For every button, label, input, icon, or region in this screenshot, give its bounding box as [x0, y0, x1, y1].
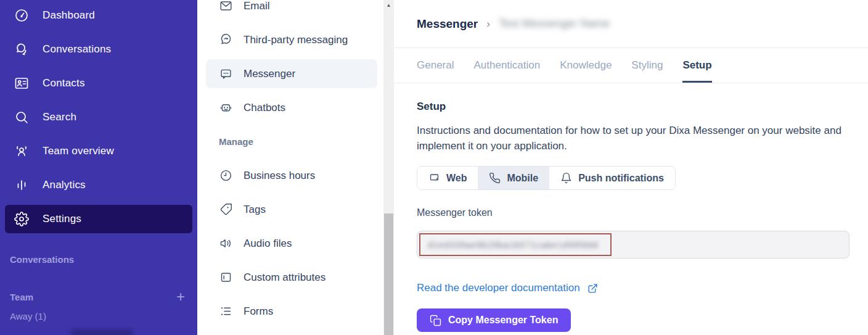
sidebar-item-team-overview[interactable]: Team overview	[0, 134, 197, 168]
sidebar-section-conversations: Conversations	[0, 254, 197, 265]
scrollbar-thumb[interactable]	[384, 213, 393, 335]
segment-label: Web	[446, 173, 467, 184]
settings-item-audio-files[interactable]: Audio files	[197, 226, 383, 260]
copy-icon	[430, 315, 441, 326]
settings-item-label: Audio files	[244, 238, 292, 250]
email-icon	[219, 0, 232, 13]
sidebar-item-label: Search	[43, 111, 76, 123]
segment-push-notifications[interactable]: Push notifications	[549, 167, 675, 189]
settings-item-label: Third-party messaging	[244, 34, 348, 46]
sidebar-item-search[interactable]: Search	[0, 100, 197, 134]
setup-content: Setup Instructions and documentation for…	[394, 83, 868, 332]
settings-item-tags[interactable]: Tags	[197, 192, 383, 226]
messenger-token-label: Messenger token	[417, 207, 856, 218]
sidebar-item-analytics[interactable]: Analytics	[0, 168, 197, 202]
primary-sidebar: Dashboard Conversations Contacts	[0, 0, 197, 335]
copy-messenger-token-button[interactable]: Copy Messenger Token	[417, 308, 571, 332]
search-icon	[14, 109, 30, 125]
settings-sidebar: Email Third-party messaging Messenger	[197, 0, 383, 335]
team-section-label: Team	[10, 292, 33, 302]
sidebar-item-settings[interactable]: Settings	[0, 202, 197, 236]
settings-item-forms[interactable]: Forms	[197, 294, 383, 328]
setup-heading: Setup	[417, 101, 856, 113]
sidebar-scrollbar[interactable]: ▲	[383, 0, 394, 335]
tab-knowledge[interactable]: Knowledge	[560, 48, 612, 83]
token-highlight-box: d1ed339ae9b28ba1b571cabe1d99fddd	[419, 233, 612, 256]
add-team-icon[interactable]: +	[174, 291, 187, 303]
primary-nav: Dashboard Conversations Contacts	[0, 0, 197, 236]
token-value-redacted: d1ed339ae9b28ba1b571cabe1d99fddd	[428, 240, 598, 250]
segment-label: Mobile	[507, 173, 538, 184]
sidebar-item-label: Contacts	[43, 77, 85, 89]
clock-icon	[219, 169, 232, 183]
sidebar-item-dashboard[interactable]: Dashboard	[0, 0, 197, 32]
segment-web[interactable]: Web	[417, 167, 478, 189]
breadcrumb-current-redacted: Test Messenger Name	[499, 17, 610, 30]
tab-setup[interactable]: Setup	[682, 48, 711, 83]
breadcrumb-root[interactable]: Messenger	[417, 17, 478, 31]
settings-item-label: Messenger	[244, 68, 295, 80]
laptop-icon	[428, 172, 440, 184]
sidebar-item-label: Dashboard	[43, 9, 95, 22]
sidebar-item-contacts[interactable]: Contacts	[0, 66, 197, 100]
external-link-icon	[588, 283, 598, 294]
team-people-icon	[14, 143, 30, 159]
custom-attributes-icon	[219, 271, 232, 284]
team-header-row: Team +	[0, 291, 197, 303]
settings-section-manage: Manage	[197, 125, 383, 159]
doc-link-label: Read the developer documentation	[417, 282, 580, 294]
chat-bubbles-icon	[14, 41, 30, 57]
tab-styling[interactable]: Styling	[631, 48, 663, 83]
third-party-messaging-icon	[219, 33, 232, 47]
forms-list-icon	[219, 305, 232, 318]
breadcrumb: Messenger › Test Messenger Name	[394, 0, 868, 48]
copy-button-label: Copy Messenger Token	[448, 315, 558, 326]
settings-item-label: Tags	[244, 204, 266, 216]
messenger-tabs: General Authentication Knowledge Styling…	[394, 48, 868, 83]
messenger-token-input[interactable]: d1ed339ae9b28ba1b571cabe1d99fddd	[417, 231, 850, 258]
messenger-icon	[219, 67, 232, 81]
redacted-user-label	[71, 329, 133, 335]
bell-icon	[560, 172, 572, 184]
gear-icon	[14, 211, 30, 227]
developer-documentation-link[interactable]: Read the developer documentation	[417, 282, 598, 294]
settings-nav: Email Third-party messaging Messenger	[197, 0, 383, 328]
contact-card-icon	[14, 75, 30, 91]
setup-description: Instructions and documentation for how t…	[417, 123, 856, 154]
sidebar-item-conversations[interactable]: Conversations	[0, 32, 197, 66]
settings-item-chatbots[interactable]: Chatbots	[197, 91, 383, 125]
settings-item-label: Chatbots	[244, 102, 285, 114]
segment-mobile[interactable]: Mobile	[478, 167, 549, 189]
platform-segmented-control: Web Mobile Push notifications	[417, 166, 676, 190]
settings-item-third-party-messaging[interactable]: Third-party messaging	[197, 23, 383, 57]
scroll-up-arrow[interactable]: ▲	[383, 0, 394, 10]
settings-item-messenger[interactable]: Messenger	[197, 57, 383, 91]
settings-item-label: Email	[244, 0, 270, 12]
settings-item-custom-attributes[interactable]: Custom attributes	[197, 260, 383, 294]
segment-label: Push notifications	[578, 173, 664, 184]
breadcrumb-separator-icon: ›	[486, 18, 490, 30]
sidebar-item-label: Conversations	[43, 43, 111, 56]
main-panel: Messenger › Test Messenger Name General …	[394, 0, 868, 335]
phone-icon	[489, 172, 501, 184]
settings-item-label: Forms	[244, 305, 273, 318]
sidebar-item-label: Team overview	[43, 145, 114, 157]
settings-item-business-hours[interactable]: Business hours	[197, 159, 383, 192]
tab-general[interactable]: General	[417, 48, 454, 83]
settings-item-label: Custom attributes	[244, 271, 326, 284]
app-window: Dashboard Conversations Contacts	[0, 0, 868, 335]
tag-icon	[219, 203, 232, 217]
settings-item-label: Business hours	[244, 170, 315, 182]
team-away-status[interactable]: Away (1)	[0, 311, 197, 321]
speaker-icon	[219, 237, 232, 250]
chatbot-robot-icon	[219, 101, 232, 115]
dashboard-gauge-icon	[14, 7, 30, 23]
sidebar-item-label: Analytics	[43, 179, 86, 191]
bar-chart-icon	[14, 177, 30, 193]
settings-item-email[interactable]: Email	[197, 0, 383, 23]
tab-authentication[interactable]: Authentication	[473, 48, 540, 83]
sidebar-item-label: Settings	[43, 213, 81, 225]
